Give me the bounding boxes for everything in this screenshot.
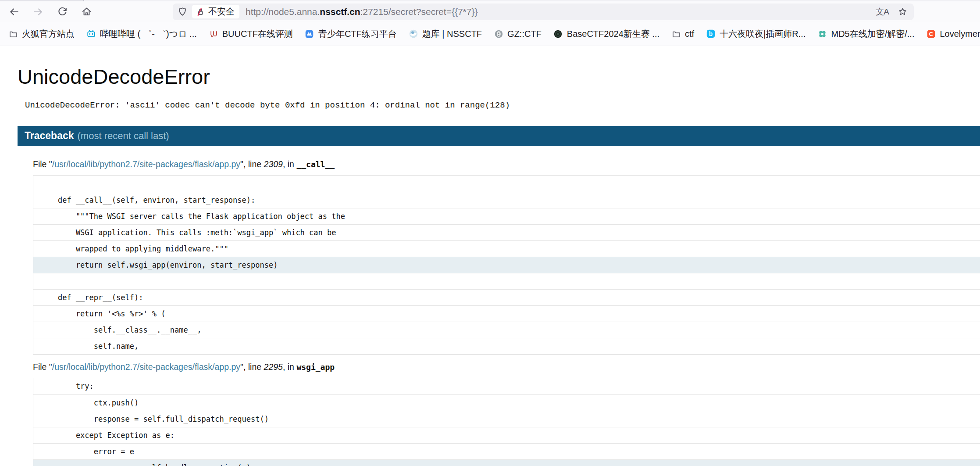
md5-icon: [817, 29, 827, 39]
bookmark-label: 青少年CTF练习平台: [318, 28, 397, 40]
traceback-header: Traceback (most recent call last): [18, 126, 980, 146]
bookmark-item-2[interactable]: 哔哩哔哩 ( ゜- ゜)つロ ...: [86, 28, 197, 40]
bookmark-item-8[interactable]: ctf: [671, 29, 694, 39]
folder-icon: [8, 29, 18, 39]
reload-icon: [57, 6, 68, 17]
bookmark-label: BaseCTF2024新生赛 ...: [567, 28, 659, 40]
address-bar[interactable]: 不安全 http://node5.anna.nssctf.cn:27215/se…: [173, 4, 914, 20]
bookmark-item-6[interactable]: GZ::CTF: [494, 29, 542, 39]
frame-function-name: __call__: [296, 160, 335, 169]
bilibili-icon: [86, 29, 96, 39]
bookmark-label: 十六夜咲夜|插画师R...: [720, 28, 805, 40]
traceback-frame-1: File "/usr/local/lib/python2.7/site-pack…: [18, 159, 980, 355]
code-line[interactable]: [33, 176, 980, 192]
bookmark-label: 火狐官方站点: [22, 28, 75, 40]
bookmarks-bar: 火狐官方站点哔哩哔哩 ( ゜- ゜)つロ ...BUUCTF在线评测青少年CTF…: [0, 22, 980, 46]
gzctf-icon: [494, 29, 503, 39]
source-code-block: def __call__(self, environ, start_respon…: [33, 175, 980, 355]
code-line[interactable]: self.__class__.__name__,: [33, 322, 980, 338]
code-line[interactable]: return '<%s %r>' % (: [33, 305, 980, 322]
code-line[interactable]: def __repr__(self):: [33, 289, 980, 305]
exception-detail: UnicodeDecodeError: 'ascii' codec can't …: [25, 100, 980, 110]
bookmark-item-7[interactable]: BaseCTF2024新生赛 ...: [553, 28, 659, 40]
bookmark-item-11[interactable]: CLovelymem - CSDN...: [926, 29, 980, 39]
url-path: :27215/secret?secret={{7*7}}: [360, 7, 478, 17]
basectf-icon: [553, 29, 563, 39]
code-line[interactable]: self.name,: [33, 338, 980, 354]
shield-permissions-icon[interactable]: [177, 7, 188, 17]
bookmark-label: 哔哩哔哩 ( ゜- ゜)つロ ...: [100, 28, 197, 40]
back-button[interactable]: [5, 4, 23, 20]
qsnctf-icon: [305, 29, 314, 39]
frame-filename: /usr/local/lib/python2.7/site-packages/f…: [52, 159, 240, 169]
bilibili-space-icon: b: [706, 29, 716, 39]
code-line[interactable]: ctx.push(): [33, 394, 980, 411]
code-line[interactable]: """The WSGI server calls the Flask appli…: [33, 208, 980, 224]
code-line[interactable]: WSGI application. This calls :meth:`wsgi…: [33, 224, 980, 240]
code-line[interactable]: error = e: [33, 443, 980, 459]
frame-line-number: 2295: [264, 362, 283, 372]
bookmark-star-icon[interactable]: [898, 7, 908, 17]
reload-button[interactable]: [53, 4, 71, 20]
frame-file-line[interactable]: File "/usr/local/lib/python2.7/site-pack…: [33, 362, 980, 372]
current-code-line[interactable]: return self.wsgi_app(environ, start_resp…: [33, 257, 980, 273]
home-icon: [81, 6, 92, 17]
bookmark-label: MD5在线加密/解密/...: [831, 28, 914, 40]
forward-button[interactable]: [29, 4, 47, 20]
page-title: UnicodeDecodeError: [18, 65, 980, 88]
bookmark-item-4[interactable]: 青少年CTF练习平台: [305, 28, 397, 40]
svg-text:C: C: [929, 31, 934, 37]
code-line[interactable]: except Exception as e:: [33, 427, 980, 443]
current-code-line[interactable]: response = self.handle_exception(e): [33, 459, 980, 466]
frame-line-number: 2309: [264, 159, 283, 169]
bookmark-label: Lovelymem - CSDN...: [940, 29, 980, 39]
navigation-toolbar: 不安全 http://node5.anna.nssctf.cn:27215/se…: [0, 1, 980, 22]
broken-lock-icon: [196, 7, 205, 17]
frame-file-line[interactable]: File "/usr/local/lib/python2.7/site-pack…: [33, 159, 980, 169]
svg-text:b: b: [709, 31, 713, 37]
csdn-icon: C: [926, 29, 936, 39]
translate-icon[interactable]: 文A: [876, 7, 889, 16]
frame-filename: /usr/local/lib/python2.7/site-packages/f…: [52, 362, 240, 372]
bookmark-item-5[interactable]: 题库 | NSSCTF: [409, 28, 482, 40]
bookmark-item-3[interactable]: BUUCTF在线评测: [209, 28, 293, 40]
bookmark-label: BUUCTF在线评测: [222, 28, 293, 40]
url-domain: nssctf.cn: [320, 7, 360, 17]
bookmark-item-9[interactable]: b十六夜咲夜|插画师R...: [706, 28, 805, 40]
back-arrow-icon: [8, 6, 20, 18]
bookmark-item-1[interactable]: 火狐官方站点: [8, 28, 75, 40]
site-security-chip[interactable]: 不安全: [192, 5, 239, 18]
frame-function-name: wsgi_app: [296, 362, 335, 372]
web-page-content: UnicodeDecodeError UnicodeDecodeError: '…: [0, 65, 980, 466]
bookmark-item-10[interactable]: MD5在线加密/解密/...: [817, 28, 914, 40]
traceback-header-title: Traceback: [25, 130, 74, 142]
bookmark-label: 题库 | NSSCTF: [422, 28, 482, 40]
tab-strip-edge: [0, 0, 980, 1]
home-button[interactable]: [78, 4, 95, 20]
bookmark-label: ctf: [685, 29, 694, 39]
traceback-frame-2: File "/usr/local/lib/python2.7/site-pack…: [18, 362, 980, 466]
nssctf-icon: [409, 29, 418, 39]
bookmark-label: GZ::CTF: [507, 29, 542, 39]
security-chip-label: 不安全: [208, 6, 235, 18]
code-line[interactable]: def __call__(self, environ, start_respon…: [33, 192, 980, 208]
traceback-header-subtitle: (most recent call last): [78, 130, 169, 142]
tab-strip-segment: [0, 0, 83, 1]
source-code-block: try: ctx.push() response = self.full_dis…: [33, 378, 980, 466]
url-prefix: http://node5.anna.: [246, 7, 320, 17]
url-text[interactable]: http://node5.anna.nssctf.cn:27215/secret…: [246, 7, 876, 17]
buuctf-icon: [209, 29, 218, 39]
code-line[interactable]: try:: [33, 378, 980, 394]
traceback-section: Traceback (most recent call last) File "…: [18, 126, 980, 466]
code-line[interactable]: [33, 273, 980, 289]
code-line[interactable]: wrapped to applying middleware.""": [33, 240, 980, 257]
folder-icon: [671, 29, 681, 39]
tab-divider: [83, 0, 84, 1]
forward-arrow-icon: [32, 6, 44, 18]
code-line[interactable]: response = self.full_dispatch_request(): [33, 411, 980, 427]
traceback-frames: File "/usr/local/lib/python2.7/site-pack…: [18, 159, 980, 466]
